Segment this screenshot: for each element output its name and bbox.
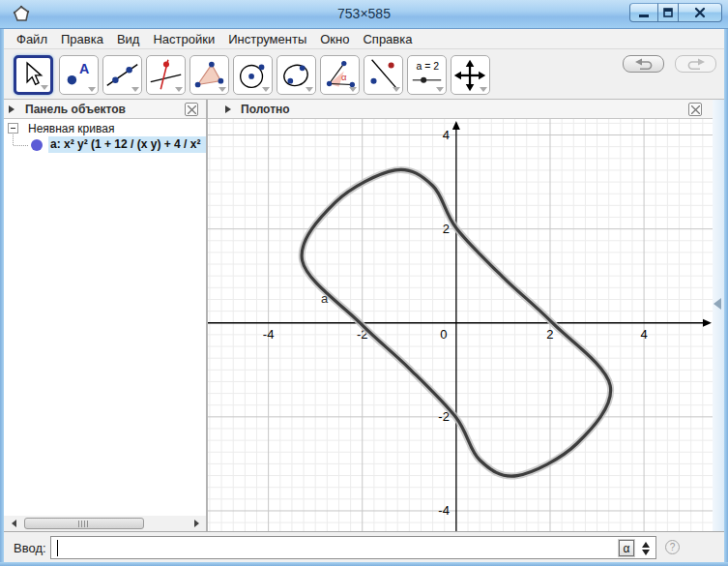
spin-down-icon: [642, 550, 650, 555]
object-visibility-dot[interactable]: [31, 139, 43, 151]
object-panel-hscrollbar[interactable]: [4, 516, 206, 531]
tool-line-button[interactable]: [102, 55, 142, 95]
canvas-panel-title: Полотно: [241, 103, 290, 116]
menu-edit[interactable]: Правка: [54, 32, 110, 46]
tree-connector: [13, 134, 14, 145]
restore-button[interactable]: [657, 3, 679, 22]
tool-slider-button[interactable]: a = 2: [407, 55, 447, 95]
svg-text:2: 2: [443, 222, 450, 236]
window-frame-right: [724, 29, 728, 562]
svg-text:4: 4: [443, 128, 450, 142]
object-panel: Неявная кривая a: x² y² (1 + 12 / (x y) …: [4, 119, 206, 531]
menu-tools[interactable]: Инструменты: [221, 32, 313, 46]
restore-icon: [662, 7, 674, 18]
object-panel-header: Панель объектов: [4, 100, 206, 119]
minimize-icon: [638, 7, 650, 18]
svg-text:4: 4: [640, 327, 647, 342]
tool-move-button[interactable]: [14, 55, 53, 95]
tree-collapse-button[interactable]: [8, 123, 18, 134]
command-input[interactable]: α: [50, 536, 656, 559]
slider-icon-label: a = 2: [417, 61, 440, 72]
right-edge-gutter: [713, 100, 724, 531]
svg-text:A: A: [79, 61, 89, 76]
scroll-right-arrow-icon[interactable]: [189, 516, 203, 531]
geogebra-window: 728×566 Файл Правка Вид Настройки Инстру…: [0, 0, 728, 566]
tool-perpendicular-line-button[interactable]: [146, 55, 186, 95]
curve-label: a: [321, 291, 329, 306]
input-help-icon[interactable]: ?: [665, 540, 680, 554]
window-title: 728×566: [0, 6, 728, 21]
canvas-panel-header: Полотно: [208, 100, 713, 119]
canvas-panel-close-button[interactable]: [688, 103, 702, 116]
minimize-button[interactable]: [629, 3, 658, 22]
graphics-view[interactable]: -4-2024-4-224a: [208, 119, 713, 531]
title-bar[interactable]: 728×566: [0, 0, 728, 29]
redo-icon: [685, 58, 707, 71]
svg-text:0: 0: [440, 327, 447, 342]
input-history-spinner[interactable]: [641, 541, 651, 556]
show-panel-arrow-icon[interactable]: [713, 298, 721, 310]
tool-ellipse-button[interactable]: [277, 55, 316, 95]
redo-button[interactable]: [675, 55, 716, 73]
tree-connector: [14, 145, 28, 146]
panel-close-x-icon: [188, 105, 196, 114]
tool-polygon-button[interactable]: [189, 55, 229, 95]
scrollbar-thumb[interactable]: [24, 518, 144, 529]
close-icon: [694, 7, 706, 18]
menu-file[interactable]: Файл: [10, 32, 54, 46]
svg-text:2: 2: [546, 327, 553, 342]
object-panel-title: Панель объектов: [25, 103, 126, 116]
tool-reflection-button[interactable]: [364, 55, 403, 95]
tool-point-button[interactable]: A: [59, 55, 99, 95]
scroll-left-arrow-icon[interactable]: [7, 516, 20, 531]
input-label: Ввод:: [14, 541, 46, 555]
undo-button[interactable]: [623, 55, 664, 73]
tool-move-graphics-view-button[interactable]: [451, 55, 490, 95]
menu-bar: Файл Правка Вид Настройки Инструменты Ок…: [4, 29, 724, 49]
svg-text:α: α: [341, 72, 347, 82]
menu-help[interactable]: Справка: [356, 32, 419, 46]
text-caret: [57, 540, 58, 556]
object-panel-collapse-icon[interactable]: [9, 105, 15, 113]
spin-up-icon: [642, 542, 650, 548]
svg-text:-4: -4: [438, 503, 450, 518]
undo-icon: [633, 58, 655, 71]
window-frame-bottom: [0, 562, 728, 566]
toolbar: A: [4, 49, 724, 100]
menu-window[interactable]: Окно: [313, 32, 356, 46]
close-button[interactable]: [678, 3, 722, 22]
input-bar: Ввод: α ?: [4, 531, 724, 562]
object-panel-close-button[interactable]: [185, 103, 198, 116]
svg-text:-4: -4: [263, 327, 275, 342]
canvas-panel-collapse-icon[interactable]: [225, 105, 231, 113]
tree-root-label[interactable]: Неявная кривая: [28, 122, 114, 136]
tool-angle-button[interactable]: α: [320, 55, 360, 95]
tool-circle-center-point-button[interactable]: [233, 55, 273, 95]
greek-symbols-button[interactable]: α: [619, 540, 634, 556]
object-definition[interactable]: a: x² y² (1 + 12 / (x y) + 4 / x²: [48, 136, 206, 153]
graphics-view-container: -4-2024-4-224a: [208, 119, 713, 531]
menu-settings[interactable]: Настройки: [146, 32, 221, 46]
panel-close-x-icon: [691, 105, 700, 114]
menu-view[interactable]: Вид: [110, 32, 147, 46]
